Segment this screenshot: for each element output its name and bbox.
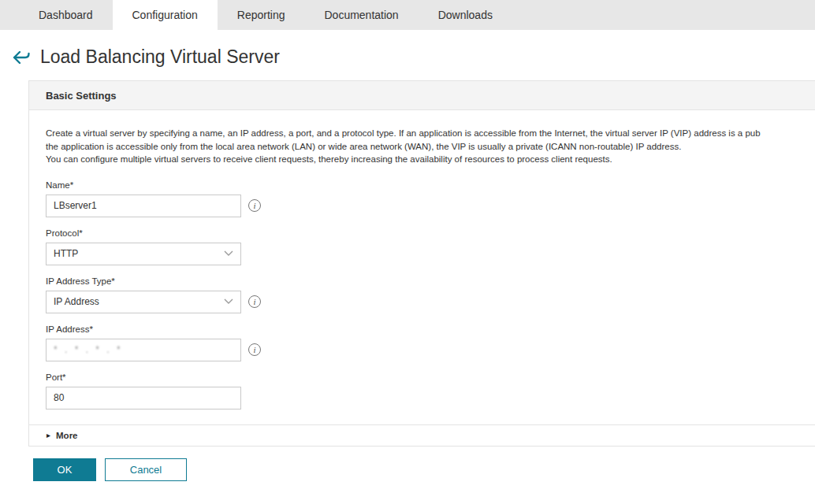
ip-address-field-group: IP Address* * . * . * . * i (46, 324, 815, 361)
cancel-button[interactable]: Cancel (105, 458, 187, 481)
action-bar: OK Cancel (33, 458, 815, 481)
ip-address-type-select[interactable]: IP Address (46, 291, 241, 313)
ip-address-label: IP Address* (46, 324, 815, 334)
page-header: Load Balancing Virtual Server (0, 30, 815, 80)
chevron-down-icon (224, 298, 233, 305)
panel-section-title: Basic Settings (46, 90, 117, 102)
protocol-field-group: Protocol* HTTP (46, 228, 815, 265)
name-field-group: Name* i (46, 180, 815, 217)
ip-address-input[interactable]: * . * . * . * (46, 339, 241, 361)
ip-address-type-field-group: IP Address Type* IP Address i (46, 276, 815, 313)
port-field-group: Port* (46, 372, 815, 410)
name-label: Name* (46, 180, 815, 190)
info-icon[interactable]: i (248, 343, 261, 356)
ok-button[interactable]: OK (33, 458, 96, 481)
more-label: More (56, 431, 77, 440)
tab-reporting[interactable]: Reporting (218, 0, 305, 30)
description-line-3: You can configure multiple virtual serve… (46, 153, 815, 166)
back-arrow-icon[interactable] (11, 49, 32, 66)
description-line-1: Create a virtual server by specifying a … (46, 127, 815, 140)
ip-address-type-label: IP Address Type* (46, 276, 815, 286)
tab-dashboard[interactable]: Dashboard (19, 0, 113, 30)
panel-body: Create a virtual server by specifying a … (29, 110, 815, 410)
protocol-label: Protocol* (46, 228, 815, 238)
tab-downloads[interactable]: Downloads (419, 0, 512, 30)
port-label: Port* (46, 372, 815, 382)
more-expander[interactable]: ▸ More (29, 424, 815, 446)
protocol-select[interactable]: HTTP (46, 243, 241, 265)
masked-ip-value: * . * . * . * (54, 344, 123, 355)
info-icon[interactable]: i (248, 199, 261, 212)
chevron-down-icon (224, 250, 233, 257)
ip-address-type-selected-value: IP Address (54, 296, 99, 307)
description-line-2: the application is accessible only from … (46, 140, 815, 154)
protocol-selected-value: HTTP (54, 248, 78, 259)
tab-documentation[interactable]: Documentation (304, 0, 418, 30)
triangle-right-icon: ▸ (47, 431, 50, 439)
page-title: Load Balancing Virtual Server (40, 46, 280, 68)
panel-section-header: Basic Settings (29, 81, 815, 110)
port-input[interactable] (46, 387, 241, 410)
basic-settings-panel: Basic Settings Create a virtual server b… (28, 80, 815, 447)
name-input[interactable] (46, 195, 241, 217)
info-icon[interactable]: i (248, 295, 261, 308)
top-navigation: Dashboard Configuration Reporting Docume… (0, 0, 815, 30)
tab-configuration[interactable]: Configuration (113, 0, 218, 30)
